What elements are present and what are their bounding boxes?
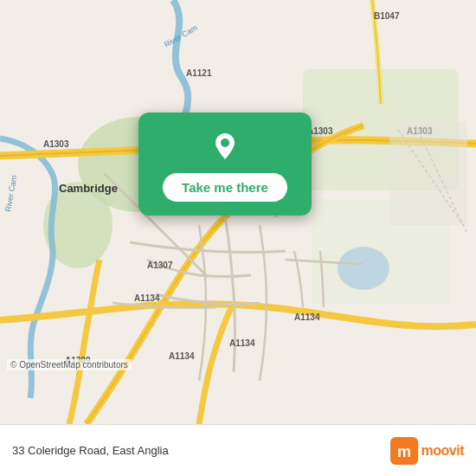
address-label: 33 Coleridge Road, East Anglia [12, 444, 169, 457]
svg-text:A1134: A1134 [169, 351, 195, 361]
svg-text:B1047: B1047 [374, 11, 400, 21]
moovit-icon: m [390, 437, 418, 465]
take-me-there-button[interactable]: Take me there [163, 173, 287, 202]
svg-point-22 [221, 138, 229, 147]
svg-text:Cambridge: Cambridge [59, 182, 118, 195]
svg-text:A1134: A1134 [229, 338, 255, 348]
moovit-logo: m moovit [390, 437, 464, 465]
svg-text:m: m [397, 443, 411, 460]
svg-text:A1307: A1307 [147, 261, 173, 270]
svg-point-5 [338, 247, 389, 290]
svg-text:A1134: A1134 [134, 293, 160, 303]
svg-text:A1134: A1134 [294, 312, 320, 322]
bottom-bar: 33 Coleridge Road, East Anglia m moovit [0, 424, 476, 476]
svg-text:A1303: A1303 [43, 139, 69, 149]
moovit-text-label: moovit [421, 443, 464, 459]
location-popup: Take me there [138, 113, 312, 215]
location-pin-icon [206, 126, 244, 164]
map-container[interactable]: A1303 A1303 A1303 A1134 A1134 A1134 A113… [0, 0, 476, 424]
osm-attribution: © OpenStreetMap contributors [7, 359, 132, 370]
svg-text:A1121: A1121 [186, 68, 212, 78]
